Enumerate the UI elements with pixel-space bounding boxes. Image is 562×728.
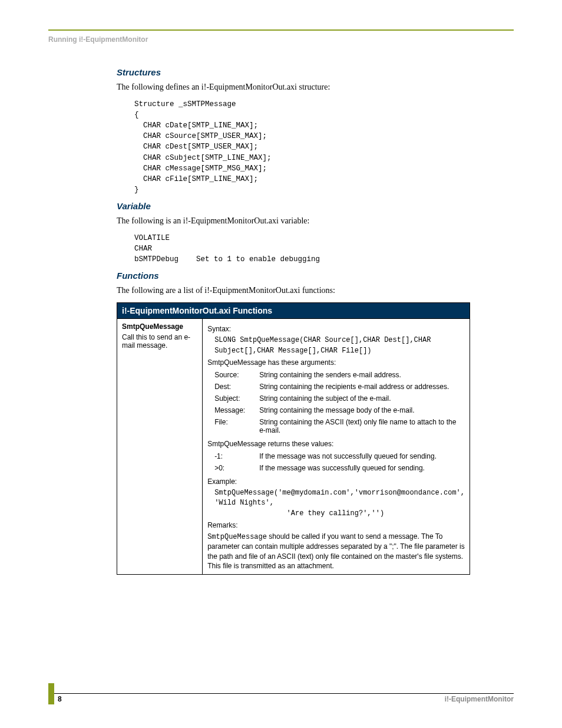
functions-table: i!-EquipmentMonitorOut.axi Functions Smt… (117, 302, 470, 575)
return-desc: If the message was not successfully queu… (259, 450, 440, 462)
arg-name: Subject: (214, 393, 259, 404)
para-structures-intro: The following defines an i!-EquipmentMon… (117, 82, 470, 93)
arg-desc: String containing the message body of th… (259, 404, 465, 416)
footer-title: i!-EquipmentMonitor (445, 695, 514, 703)
arg-row: File: String containing the ASCII (text)… (214, 416, 465, 436)
heading-functions: Functions (117, 271, 470, 281)
arg-desc: String containing the senders e-mail add… (259, 369, 465, 381)
returns-table: -1: If the message was not successfully … (214, 450, 440, 474)
para-functions-intro: The following are a list of i!-Equipment… (117, 285, 470, 297)
fn-name-cell: SmtpQueMessage Call this to send an e-ma… (117, 319, 203, 575)
footer: 8 i!-EquipmentMonitor (48, 694, 514, 704)
code-variable: VOLATILE CHAR bSMTPDebug Set to 1 to ena… (134, 233, 470, 265)
arg-name: Source: (214, 369, 259, 381)
functions-table-title: i!-EquipmentMonitorOut.axi Functions (117, 303, 470, 319)
main-content: Structures The following defines an i!-E… (117, 64, 470, 575)
arg-row: Dest: String containing the recipients e… (214, 381, 465, 393)
arg-desc: String containing the subject of the e-m… (259, 393, 465, 404)
arg-row: Message: String containing the message b… (214, 404, 465, 416)
remarks-label: Remarks: (207, 521, 465, 529)
return-row: -1: If the message was not successfully … (214, 450, 440, 462)
fn-name: SmtpQueMessage (122, 322, 197, 331)
return-name: >0: (214, 462, 259, 474)
arg-name: Dest: (214, 381, 259, 393)
return-desc: If the message was successfully queued f… (259, 462, 440, 474)
footer-rule (54, 693, 514, 694)
syntax-label: Syntax: (207, 325, 465, 333)
returns-intro: SmtpQueMessage returns these values: (207, 440, 465, 448)
arg-row: Source: String containing the senders e-… (214, 369, 465, 381)
args-intro: SmtpQueMessage has these arguments: (207, 358, 465, 367)
return-name: -1: (214, 450, 259, 462)
syntax-code: SLONG SmtpQueMessage(CHAR Source[],CHAR … (214, 335, 465, 356)
page-number: 8 (58, 695, 62, 703)
fn-detail-cell: Syntax: SLONG SmtpQueMessage(CHAR Source… (203, 319, 470, 575)
example-label: Example: (207, 477, 465, 486)
heading-structures: Structures (117, 67, 470, 77)
fn-desc: Call this to send an e-mail message. (122, 333, 197, 350)
running-head: Running i!-EquipmentMonitor (48, 35, 148, 44)
heading-variable: Variable (117, 201, 470, 211)
arg-row: Subject: String containing the subject o… (214, 393, 465, 404)
remarks-code-inline: SmtpQueMessage (207, 533, 267, 541)
para-variable-intro: The following is an i!-EquipmentMonitorO… (117, 216, 470, 227)
args-table: Source: String containing the senders e-… (214, 369, 465, 436)
arg-name: File: (214, 416, 259, 436)
example-code: SmtpQueMessage('me@mydomain.com','vmorri… (214, 488, 465, 519)
header-rule (48, 29, 514, 31)
arg-name: Message: (214, 404, 259, 416)
remarks-text: SmtpQueMessage should be called if you w… (207, 532, 465, 571)
code-structures: Structure _sSMTPMessage { CHAR cDate[SMT… (134, 99, 470, 195)
arg-desc: String containing the recipients e-mail … (259, 381, 465, 393)
footer-accent (48, 683, 54, 704)
arg-desc: String containing the ASCII (text) only … (259, 416, 465, 436)
return-row: >0: If the message was successfully queu… (214, 462, 440, 474)
